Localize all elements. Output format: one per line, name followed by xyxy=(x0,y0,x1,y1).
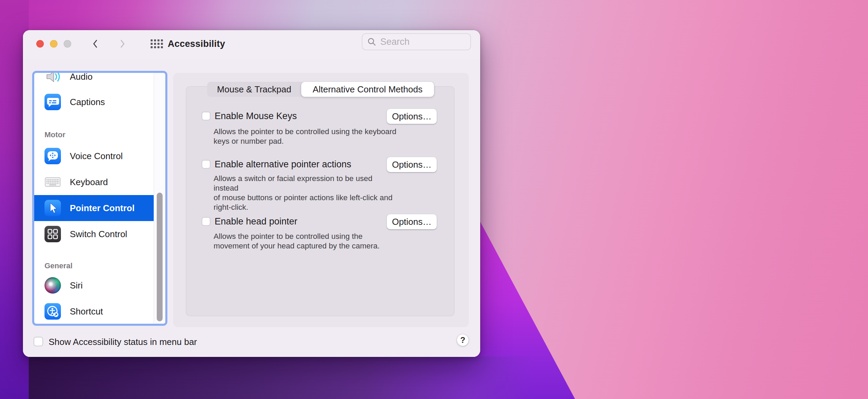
mouse-keys-description: Allows the pointer to be controlled usin… xyxy=(214,127,398,146)
sidebar-scrollbar-thumb[interactable] xyxy=(157,193,163,321)
show-all-grid-icon[interactable] xyxy=(151,39,163,48)
audio-icon xyxy=(44,73,61,85)
zoom-button xyxy=(64,40,71,48)
switch-control-icon xyxy=(44,226,61,242)
show-accessibility-status-label: Show Accessibility status in menu bar xyxy=(49,337,197,347)
system-preferences-window: Accessibility xyxy=(23,30,480,357)
accessibility-shortcut-icon xyxy=(44,303,61,320)
head-pointer-label: Enable head pointer xyxy=(215,217,297,226)
back-button[interactable] xyxy=(91,39,100,48)
mouse-keys-options-button[interactable]: Options… xyxy=(387,109,437,124)
sidebar-list: Audio Captions Motor xyxy=(34,73,154,324)
sidebar-item-captions[interactable]: Captions xyxy=(34,89,154,115)
search-input[interactable] xyxy=(380,36,460,48)
enable-alternative-pointer-actions-checkbox[interactable] xyxy=(202,160,210,169)
alternative-pointer-actions-options-button[interactable]: Options… xyxy=(387,157,437,172)
sidebar-item-label: Switch Control xyxy=(70,229,127,240)
search-field[interactable] xyxy=(362,33,471,50)
sidebar-item-switch-control[interactable]: Switch Control xyxy=(34,221,154,247)
sidebar-item-label: Captions xyxy=(70,97,105,107)
siri-icon xyxy=(44,277,61,294)
head-pointer-description: Allows the pointer to be controlled usin… xyxy=(214,232,398,251)
sidebar-section-general: General xyxy=(44,261,73,271)
question-mark-icon: ? xyxy=(460,335,465,345)
sidebar: Audio Captions Motor xyxy=(32,71,167,326)
sidebar-item-keyboard[interactable]: Keyboard xyxy=(34,169,154,195)
sidebar-item-pointer-control[interactable]: Pointer Control xyxy=(34,195,154,221)
minimize-button[interactable] xyxy=(50,40,58,48)
help-button[interactable]: ? xyxy=(457,334,469,346)
tab-alternative-control-methods[interactable]: Alternative Control Methods xyxy=(301,82,434,97)
keyboard-icon xyxy=(44,174,61,190)
search-icon xyxy=(367,37,376,46)
sidebar-item-label: Siri xyxy=(70,280,83,291)
alternative-pointer-actions-description: Allows a switch or facial expression to … xyxy=(214,174,398,212)
page-title: Accessibility xyxy=(168,39,225,49)
captions-icon xyxy=(44,94,61,110)
sidebar-item-voice-control[interactable]: Voice Control xyxy=(34,143,154,169)
wallpaper-bottom-shadow xyxy=(0,357,534,399)
sidebar-section-motor: Motor xyxy=(44,130,65,140)
sidebar-item-label: Audio xyxy=(70,73,93,82)
head-pointer-options-button[interactable]: Options… xyxy=(387,214,437,229)
enable-mouse-keys-label: Enable Mouse Keys xyxy=(215,111,297,121)
show-accessibility-status-checkbox[interactable] xyxy=(34,337,43,346)
sidebar-item-shortcut[interactable]: Shortcut xyxy=(34,298,154,324)
titlebar[interactable]: Accessibility xyxy=(23,30,480,60)
enable-mouse-keys-checkbox[interactable] xyxy=(202,112,210,120)
sidebar-item-audio[interactable]: Audio xyxy=(34,73,154,90)
sidebar-scrollbar-track[interactable] xyxy=(154,73,166,324)
pointer-control-icon xyxy=(44,200,61,216)
tab-bar: Mouse & Trackpad Alternative Control Met… xyxy=(207,82,434,97)
sidebar-item-label: Keyboard xyxy=(70,177,108,188)
tab-mouse-trackpad[interactable]: Mouse & Trackpad xyxy=(207,82,301,97)
close-button[interactable] xyxy=(36,40,44,48)
detail-pane: Mouse & Trackpad Alternative Control Met… xyxy=(173,73,469,327)
alternative-pointer-actions-label: Enable alternative pointer actions xyxy=(215,159,351,169)
sidebar-item-siri[interactable]: Siri xyxy=(34,272,154,298)
enable-head-pointer-checkbox[interactable] xyxy=(202,217,210,226)
content-area: Audio Captions Motor xyxy=(23,59,480,357)
sidebar-item-label: Pointer Control xyxy=(70,203,135,214)
chevron-left-icon xyxy=(92,39,98,48)
sidebar-item-label: Shortcut xyxy=(70,306,103,317)
chevron-right-icon xyxy=(120,39,125,48)
sidebar-item-label: Voice Control xyxy=(70,151,123,162)
forward-button[interactable] xyxy=(118,39,127,48)
voice-control-icon xyxy=(44,148,61,164)
